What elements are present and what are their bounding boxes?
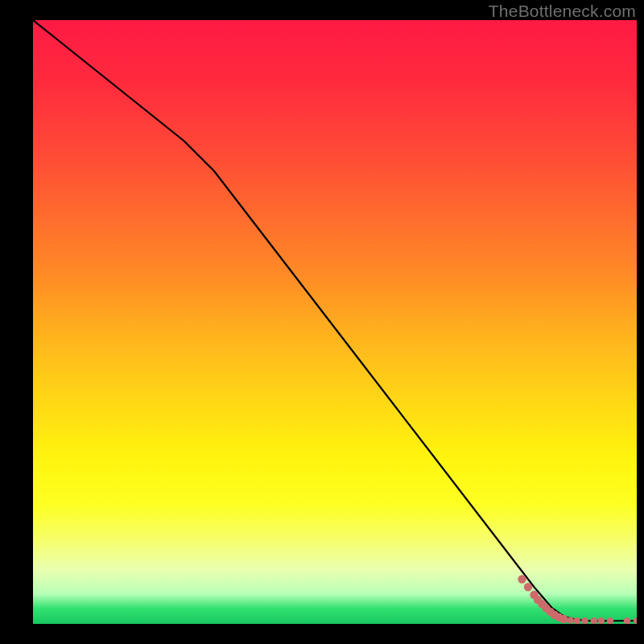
tail-marker bbox=[559, 615, 568, 623]
tail-markers bbox=[518, 575, 637, 624]
chart-svg bbox=[33, 20, 637, 624]
plot-area bbox=[33, 20, 637, 624]
chart-stage: TheBottleneck.com bbox=[0, 0, 644, 644]
tail-marker bbox=[591, 617, 597, 624]
tail-marker bbox=[607, 617, 613, 624]
tail-marker bbox=[598, 617, 605, 624]
tail-marker bbox=[634, 617, 637, 624]
curve-line bbox=[33, 20, 637, 621]
tail-marker bbox=[567, 617, 573, 623]
watermark-text: TheBottleneck.com bbox=[489, 2, 636, 21]
tail-marker bbox=[524, 583, 532, 591]
tail-marker bbox=[624, 617, 630, 624]
tail-marker bbox=[581, 617, 588, 624]
tail-marker bbox=[518, 575, 526, 583]
